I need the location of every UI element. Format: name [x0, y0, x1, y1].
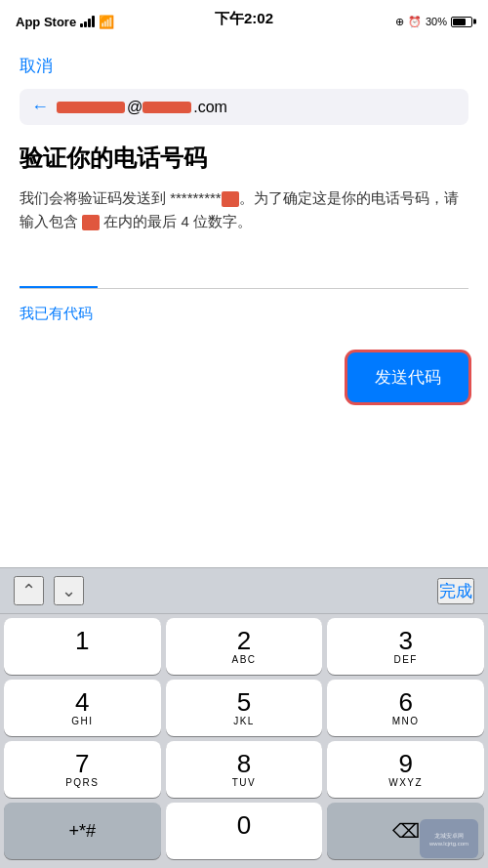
keypad-row-1: 1 2 ABC 3 DEF [4, 618, 484, 675]
key-2-sub: ABC [231, 654, 256, 665]
key-8-sub: TUV [232, 777, 257, 788]
key-8-main: 8 [237, 751, 251, 776]
key-7-sub: PQRS [65, 777, 99, 788]
key-6-main: 6 [398, 689, 412, 715]
keypad-row-3: 7 PQRS 8 TUV 9 WXYZ [4, 741, 484, 798]
phone-redacted [222, 191, 239, 207]
key-1[interactable]: 1 [4, 618, 161, 675]
app-store-label: App Store [16, 15, 76, 29]
key-symbols-main: +*# [69, 822, 97, 840]
key-9[interactable]: 9 WXYZ [327, 741, 484, 798]
key-1-sub [80, 654, 84, 665]
toolbar-nav-buttons: ⌃ ⌄ [14, 576, 84, 605]
email-bar: ← @.com [20, 89, 468, 125]
key-1-main: 1 [75, 628, 89, 653]
cancel-button[interactable]: 取消 [20, 43, 468, 89]
keypad-row-4: +*# 0 ⌫ [4, 803, 484, 859]
input-underline [20, 288, 468, 289]
battery-label: 30% [426, 16, 447, 27]
key-5-main: 5 [237, 689, 251, 715]
key-0-sub [242, 839, 246, 849]
alarm-icon: ⏰ [408, 16, 422, 28]
key-9-sub: WXYZ [388, 777, 423, 788]
keyboard-done-button[interactable]: 完成 [437, 578, 474, 604]
key-6[interactable]: 6 MNO [327, 680, 484, 736]
key-symbols[interactable]: +*# [4, 803, 161, 859]
key-3-main: 3 [398, 628, 412, 653]
input-section [20, 257, 468, 289]
key-8[interactable]: 8 TUV [166, 741, 323, 798]
key-6-sub: MNO [392, 716, 420, 726]
key-2-main: 2 [237, 628, 251, 653]
watermark: 龙城安卓网www.lcjrtg.com [420, 819, 478, 858]
location-icon: ⊕ [395, 16, 404, 28]
description-text: 我们会将验证码发送到 *********。为了确定这是你的电话号码，请输入包含 … [20, 186, 468, 233]
email-redacted-block [57, 102, 125, 113]
battery-icon [451, 17, 472, 27]
page-title: 验证你的电话号码 [20, 145, 468, 173]
email-display: @.com [57, 99, 227, 116]
email-domain-redacted [142, 102, 191, 113]
toolbar-down-button[interactable]: ⌄ [54, 576, 84, 605]
key-3[interactable]: 3 DEF [327, 618, 484, 675]
main-content: 取消 ← @.com 验证你的电话号码 我们会将验证码发送到 *********… [0, 43, 488, 402]
key-backspace-icon: ⌫ [392, 821, 420, 841]
send-code-button[interactable]: 发送代码 [347, 352, 468, 402]
toolbar-up-button[interactable]: ⌃ [14, 576, 44, 605]
digit-redacted [82, 215, 100, 230]
key-5[interactable]: 5 JKL [166, 680, 323, 736]
key-2[interactable]: 2 ABC [166, 618, 323, 675]
have-code-link[interactable]: 我已有代码 [20, 305, 468, 323]
keyboard-area: ⌃ ⌄ 完成 1 2 ABC 3 DEF 4 GHI [0, 567, 488, 868]
key-4[interactable]: 4 GHI [4, 680, 161, 736]
send-code-btn-container: 发送代码 [20, 352, 468, 402]
key-5-sub: JKL [233, 716, 255, 726]
status-bar: App Store 📶 下午2:02 ⊕ ⏰ 30% [0, 0, 488, 43]
digit-input[interactable] [20, 257, 98, 288]
back-arrow-icon[interactable]: ← [31, 97, 49, 117]
key-0[interactable]: 0 [166, 803, 323, 859]
keyboard-toolbar: ⌃ ⌄ 完成 [0, 567, 488, 614]
status-left: App Store 📶 [16, 15, 114, 29]
key-0-main: 0 [237, 812, 251, 838]
key-4-sub: GHI [71, 716, 93, 726]
key-9-main: 9 [398, 751, 412, 776]
status-right: ⊕ ⏰ 30% [395, 16, 472, 28]
key-7-main: 7 [75, 751, 89, 776]
signal-icon [80, 16, 95, 27]
keypad: 1 2 ABC 3 DEF 4 GHI 5 JKL 6 [0, 614, 488, 868]
key-4-main: 4 [75, 689, 89, 715]
keypad-row-2: 4 GHI 5 JKL 6 MNO [4, 680, 484, 736]
status-time: 下午2:02 [215, 10, 273, 28]
wifi-icon: 📶 [99, 15, 114, 29]
key-7[interactable]: 7 PQRS [4, 741, 161, 798]
key-3-sub: DEF [393, 654, 418, 665]
